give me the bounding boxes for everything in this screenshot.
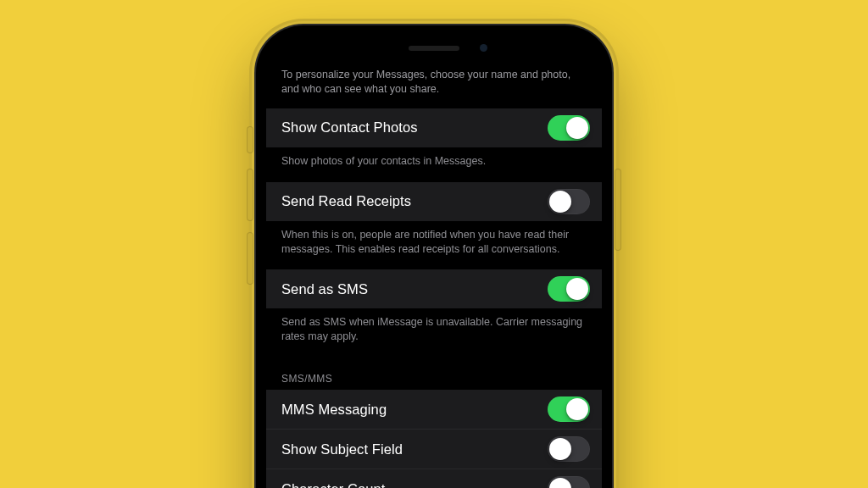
- toggle-send-read-receipts[interactable]: [548, 189, 590, 214]
- row-character-count[interactable]: Character Count: [266, 469, 602, 488]
- row-label: Show Subject Field: [281, 441, 403, 458]
- row-label: Send as SMS: [281, 281, 368, 297]
- row-label: Show Contact Photos: [281, 119, 418, 136]
- toggle-mms-messaging[interactable]: [548, 396, 590, 422]
- toggle-knob: [566, 398, 588, 420]
- stage: To personalize your Messages, choose you…: [0, 0, 868, 488]
- toggle-show-contact-photos[interactable]: [548, 115, 590, 141]
- notch: [345, 36, 523, 61]
- earpiece: [409, 46, 459, 51]
- section-read-receipts: Send Read Receipts: [266, 182, 602, 221]
- toggle-knob: [549, 438, 571, 460]
- row-label: MMS Messaging: [281, 402, 387, 418]
- side-button: [615, 169, 620, 250]
- toggle-character-count[interactable]: [548, 476, 590, 488]
- intro-footer-text: To personalize your Messages, choose you…: [266, 59, 602, 108]
- section-footer: When this is on, people are notified whe…: [266, 221, 602, 270]
- volume-up-button: [248, 169, 253, 220]
- toggle-send-as-sms[interactable]: [548, 276, 590, 302]
- section-sms-mms: MMS Messaging Show Subject Field Charact…: [266, 390, 602, 488]
- row-show-subject-field[interactable]: Show Subject Field: [266, 429, 602, 469]
- toggle-knob: [549, 478, 571, 488]
- section-header-sms-mms: SMS/MMS: [266, 358, 602, 390]
- row-mms-messaging[interactable]: MMS Messaging: [266, 390, 602, 429]
- phone-screen: To personalize your Messages, choose you…: [266, 36, 602, 488]
- toggle-knob: [566, 117, 588, 139]
- mute-switch: [248, 127, 253, 152]
- front-camera: [480, 44, 487, 52]
- phone-frame: To personalize your Messages, choose you…: [256, 25, 612, 488]
- volume-down-button: [248, 233, 253, 284]
- row-send-as-sms[interactable]: Send as SMS: [266, 269, 602, 308]
- section-footer: Show photos of your contacts in Messages…: [266, 147, 602, 182]
- row-label: Character Count: [281, 481, 386, 488]
- toggle-knob: [566, 278, 588, 300]
- row-label: Send Read Receipts: [281, 193, 411, 209]
- row-send-read-receipts[interactable]: Send Read Receipts: [266, 182, 602, 221]
- row-show-contact-photos[interactable]: Show Contact Photos: [266, 108, 602, 147]
- settings-content: To personalize your Messages, choose you…: [266, 59, 602, 488]
- section-send-as-sms: Send as SMS: [266, 269, 602, 308]
- toggle-show-subject-field[interactable]: [548, 436, 590, 462]
- section-contact-photos: Show Contact Photos: [266, 108, 602, 147]
- section-footer: Send as SMS when iMessage is unavailable…: [266, 308, 602, 358]
- toggle-knob: [549, 191, 571, 213]
